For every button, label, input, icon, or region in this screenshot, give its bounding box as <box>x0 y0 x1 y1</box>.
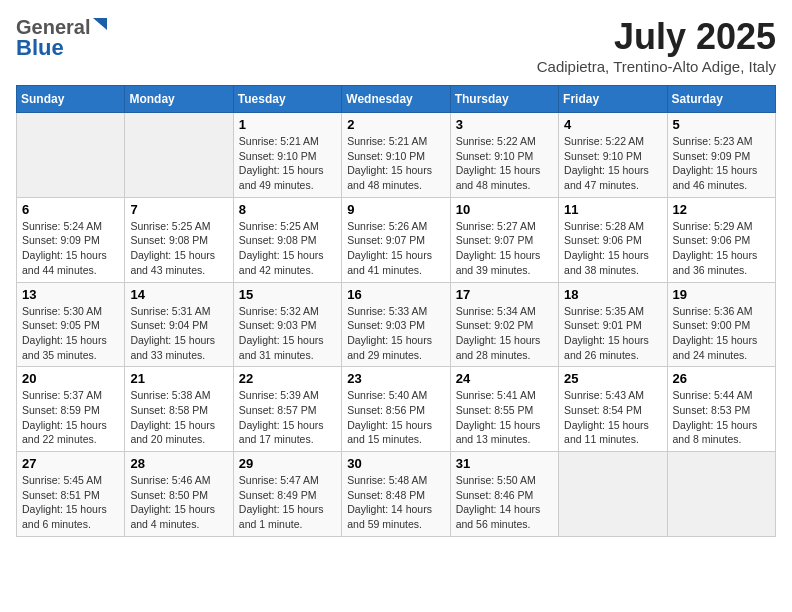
day-info: Sunrise: 5:30 AM Sunset: 9:05 PM Dayligh… <box>22 304 119 363</box>
day-number: 6 <box>22 202 119 217</box>
day-number: 4 <box>564 117 661 132</box>
page-header: General Blue July 2025 Cadipietra, Trent… <box>16 16 776 75</box>
calendar-cell: 16Sunrise: 5:33 AM Sunset: 9:03 PM Dayli… <box>342 282 450 367</box>
day-number: 16 <box>347 287 444 302</box>
calendar-cell: 21Sunrise: 5:38 AM Sunset: 8:58 PM Dayli… <box>125 367 233 452</box>
calendar-week-2: 6Sunrise: 5:24 AM Sunset: 9:09 PM Daylig… <box>17 197 776 282</box>
calendar-cell: 25Sunrise: 5:43 AM Sunset: 8:54 PM Dayli… <box>559 367 667 452</box>
day-info: Sunrise: 5:29 AM Sunset: 9:06 PM Dayligh… <box>673 219 770 278</box>
calendar-cell: 3Sunrise: 5:22 AM Sunset: 9:10 PM Daylig… <box>450 113 558 198</box>
day-info: Sunrise: 5:45 AM Sunset: 8:51 PM Dayligh… <box>22 473 119 532</box>
calendar-cell: 1Sunrise: 5:21 AM Sunset: 9:10 PM Daylig… <box>233 113 341 198</box>
day-number: 30 <box>347 456 444 471</box>
calendar-cell: 18Sunrise: 5:35 AM Sunset: 9:01 PM Dayli… <box>559 282 667 367</box>
header-cell-monday: Monday <box>125 86 233 113</box>
day-number: 24 <box>456 371 553 386</box>
day-info: Sunrise: 5:22 AM Sunset: 9:10 PM Dayligh… <box>564 134 661 193</box>
day-info: Sunrise: 5:21 AM Sunset: 9:10 PM Dayligh… <box>347 134 444 193</box>
header-cell-wednesday: Wednesday <box>342 86 450 113</box>
day-info: Sunrise: 5:28 AM Sunset: 9:06 PM Dayligh… <box>564 219 661 278</box>
calendar-cell: 6Sunrise: 5:24 AM Sunset: 9:09 PM Daylig… <box>17 197 125 282</box>
calendar-cell <box>125 113 233 198</box>
header-cell-friday: Friday <box>559 86 667 113</box>
calendar-cell: 12Sunrise: 5:29 AM Sunset: 9:06 PM Dayli… <box>667 197 775 282</box>
logo-blue: Blue <box>16 35 109 61</box>
day-number: 25 <box>564 371 661 386</box>
calendar-cell: 19Sunrise: 5:36 AM Sunset: 9:00 PM Dayli… <box>667 282 775 367</box>
day-number: 13 <box>22 287 119 302</box>
calendar-cell: 4Sunrise: 5:22 AM Sunset: 9:10 PM Daylig… <box>559 113 667 198</box>
day-info: Sunrise: 5:47 AM Sunset: 8:49 PM Dayligh… <box>239 473 336 532</box>
day-info: Sunrise: 5:21 AM Sunset: 9:10 PM Dayligh… <box>239 134 336 193</box>
calendar-cell: 31Sunrise: 5:50 AM Sunset: 8:46 PM Dayli… <box>450 452 558 537</box>
day-info: Sunrise: 5:36 AM Sunset: 9:00 PM Dayligh… <box>673 304 770 363</box>
day-number: 1 <box>239 117 336 132</box>
day-number: 11 <box>564 202 661 217</box>
calendar-cell: 24Sunrise: 5:41 AM Sunset: 8:55 PM Dayli… <box>450 367 558 452</box>
title-block: July 2025 Cadipietra, Trentino-Alto Adig… <box>537 16 776 75</box>
calendar-cell: 7Sunrise: 5:25 AM Sunset: 9:08 PM Daylig… <box>125 197 233 282</box>
calendar-table: SundayMondayTuesdayWednesdayThursdayFrid… <box>16 85 776 537</box>
calendar-cell: 29Sunrise: 5:47 AM Sunset: 8:49 PM Dayli… <box>233 452 341 537</box>
day-number: 20 <box>22 371 119 386</box>
day-info: Sunrise: 5:26 AM Sunset: 9:07 PM Dayligh… <box>347 219 444 278</box>
calendar-cell: 14Sunrise: 5:31 AM Sunset: 9:04 PM Dayli… <box>125 282 233 367</box>
svg-marker-0 <box>93 18 107 30</box>
calendar-cell: 15Sunrise: 5:32 AM Sunset: 9:03 PM Dayli… <box>233 282 341 367</box>
header-cell-sunday: Sunday <box>17 86 125 113</box>
day-info: Sunrise: 5:25 AM Sunset: 9:08 PM Dayligh… <box>239 219 336 278</box>
calendar-week-3: 13Sunrise: 5:30 AM Sunset: 9:05 PM Dayli… <box>17 282 776 367</box>
day-number: 29 <box>239 456 336 471</box>
day-number: 31 <box>456 456 553 471</box>
day-info: Sunrise: 5:34 AM Sunset: 9:02 PM Dayligh… <box>456 304 553 363</box>
calendar-cell: 28Sunrise: 5:46 AM Sunset: 8:50 PM Dayli… <box>125 452 233 537</box>
day-info: Sunrise: 5:25 AM Sunset: 9:08 PM Dayligh… <box>130 219 227 278</box>
day-info: Sunrise: 5:40 AM Sunset: 8:56 PM Dayligh… <box>347 388 444 447</box>
calendar-header: SundayMondayTuesdayWednesdayThursdayFrid… <box>17 86 776 113</box>
day-info: Sunrise: 5:23 AM Sunset: 9:09 PM Dayligh… <box>673 134 770 193</box>
day-info: Sunrise: 5:41 AM Sunset: 8:55 PM Dayligh… <box>456 388 553 447</box>
day-info: Sunrise: 5:33 AM Sunset: 9:03 PM Dayligh… <box>347 304 444 363</box>
day-number: 15 <box>239 287 336 302</box>
day-number: 5 <box>673 117 770 132</box>
day-number: 23 <box>347 371 444 386</box>
header-cell-tuesday: Tuesday <box>233 86 341 113</box>
calendar-cell: 10Sunrise: 5:27 AM Sunset: 9:07 PM Dayli… <box>450 197 558 282</box>
day-info: Sunrise: 5:22 AM Sunset: 9:10 PM Dayligh… <box>456 134 553 193</box>
header-cell-saturday: Saturday <box>667 86 775 113</box>
day-number: 21 <box>130 371 227 386</box>
day-info: Sunrise: 5:44 AM Sunset: 8:53 PM Dayligh… <box>673 388 770 447</box>
day-number: 9 <box>347 202 444 217</box>
day-info: Sunrise: 5:35 AM Sunset: 9:01 PM Dayligh… <box>564 304 661 363</box>
header-row: SundayMondayTuesdayWednesdayThursdayFrid… <box>17 86 776 113</box>
day-info: Sunrise: 5:38 AM Sunset: 8:58 PM Dayligh… <box>130 388 227 447</box>
calendar-cell: 9Sunrise: 5:26 AM Sunset: 9:07 PM Daylig… <box>342 197 450 282</box>
day-info: Sunrise: 5:31 AM Sunset: 9:04 PM Dayligh… <box>130 304 227 363</box>
day-number: 7 <box>130 202 227 217</box>
day-info: Sunrise: 5:50 AM Sunset: 8:46 PM Dayligh… <box>456 473 553 532</box>
day-info: Sunrise: 5:27 AM Sunset: 9:07 PM Dayligh… <box>456 219 553 278</box>
calendar-cell: 30Sunrise: 5:48 AM Sunset: 8:48 PM Dayli… <box>342 452 450 537</box>
calendar-cell <box>667 452 775 537</box>
day-info: Sunrise: 5:46 AM Sunset: 8:50 PM Dayligh… <box>130 473 227 532</box>
calendar-week-4: 20Sunrise: 5:37 AM Sunset: 8:59 PM Dayli… <box>17 367 776 452</box>
day-info: Sunrise: 5:39 AM Sunset: 8:57 PM Dayligh… <box>239 388 336 447</box>
calendar-cell: 13Sunrise: 5:30 AM Sunset: 9:05 PM Dayli… <box>17 282 125 367</box>
day-number: 18 <box>564 287 661 302</box>
day-info: Sunrise: 5:24 AM Sunset: 9:09 PM Dayligh… <box>22 219 119 278</box>
day-number: 27 <box>22 456 119 471</box>
logo: General Blue <box>16 16 109 61</box>
page-subtitle: Cadipietra, Trentino-Alto Adige, Italy <box>537 58 776 75</box>
calendar-cell <box>17 113 125 198</box>
header-cell-thursday: Thursday <box>450 86 558 113</box>
day-info: Sunrise: 5:32 AM Sunset: 9:03 PM Dayligh… <box>239 304 336 363</box>
day-info: Sunrise: 5:48 AM Sunset: 8:48 PM Dayligh… <box>347 473 444 532</box>
day-info: Sunrise: 5:43 AM Sunset: 8:54 PM Dayligh… <box>564 388 661 447</box>
day-number: 2 <box>347 117 444 132</box>
calendar-cell: 22Sunrise: 5:39 AM Sunset: 8:57 PM Dayli… <box>233 367 341 452</box>
day-number: 26 <box>673 371 770 386</box>
day-number: 17 <box>456 287 553 302</box>
calendar-cell: 17Sunrise: 5:34 AM Sunset: 9:02 PM Dayli… <box>450 282 558 367</box>
calendar-cell: 26Sunrise: 5:44 AM Sunset: 8:53 PM Dayli… <box>667 367 775 452</box>
logo-arrow-icon <box>91 16 109 34</box>
